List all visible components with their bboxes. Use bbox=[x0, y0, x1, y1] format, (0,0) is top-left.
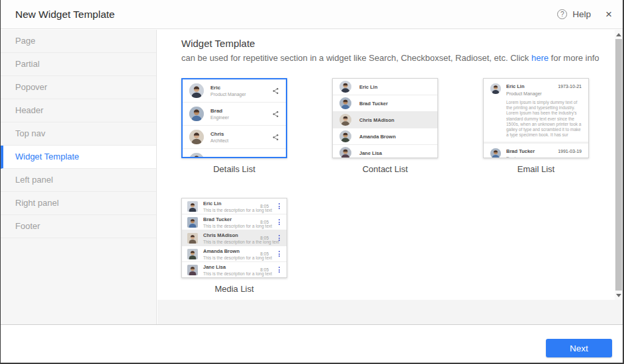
template-card-media-list[interactable]: Eric LinThis is the description for a lo… bbox=[181, 198, 287, 278]
list-item-header: Eric Lin1973-10-21 bbox=[506, 83, 582, 89]
avatar bbox=[339, 130, 351, 142]
list-item-name: Jane Lisa bbox=[203, 264, 255, 270]
avatar bbox=[187, 201, 198, 212]
list-item-body: Lorem Ipsum is simply dummy text of the … bbox=[506, 100, 582, 138]
dialog-footer: Next bbox=[1, 325, 623, 363]
list-item-text: Brad Tucker1991-03-19EngineerLorem Ipsum… bbox=[506, 148, 582, 158]
scroll-up-icon bbox=[616, 33, 621, 36]
media-duration: 8:05 bbox=[260, 236, 269, 240]
sidebar-item-widget-template[interactable]: Widget Template bbox=[1, 146, 156, 169]
list-item-name: Eric Lin bbox=[506, 83, 525, 89]
description-text-suffix: for more info bbox=[549, 53, 600, 63]
sidebar-item-header[interactable]: Header bbox=[1, 99, 156, 122]
list-item: Chris MAdisonThis is the description for… bbox=[182, 230, 287, 246]
list-item-name: Amanda Brown bbox=[203, 248, 255, 254]
list-item-role: Product Manager bbox=[210, 92, 272, 97]
main-content: Widget Template can be used for repetiti… bbox=[157, 30, 615, 300]
dialog-title: New Widget Template bbox=[15, 9, 114, 21]
sidebar-item-top-nav[interactable]: Top nav bbox=[1, 122, 156, 146]
avatar bbox=[490, 148, 501, 158]
sidebar-item-footer[interactable]: Footer bbox=[1, 215, 156, 238]
list-item-role: Engineer bbox=[210, 115, 272, 120]
list-item: Eric LinThis is the description for a lo… bbox=[182, 199, 287, 214]
template-caption: Email List bbox=[483, 164, 589, 174]
sidebar-item-right-panel[interactable]: Right panel bbox=[1, 192, 156, 215]
list-item: BradEngineer bbox=[183, 103, 286, 126]
content-bottom-strip bbox=[157, 300, 623, 324]
list-item-description: This is the description for a long text bbox=[203, 255, 255, 260]
list-item-name: Brad Tucker bbox=[359, 101, 388, 107]
template-cell-details-list: EricProduct ManagerBradEngineerChrisArch… bbox=[181, 78, 287, 174]
list-item-role: Product Manager bbox=[506, 91, 582, 96]
list-item: Amanda BrownThis is the description for … bbox=[182, 246, 287, 262]
vertical-scrollbar[interactable] bbox=[615, 30, 623, 300]
list-item-name: Brad bbox=[210, 108, 272, 114]
close-icon[interactable]: × bbox=[605, 9, 612, 20]
list-item: Eric Lin bbox=[333, 79, 437, 95]
help-button[interactable]: ? Help bbox=[557, 9, 591, 19]
scroll-down-button[interactable] bbox=[615, 291, 623, 299]
list-item: Chris MAdison bbox=[333, 112, 437, 128]
avatar bbox=[189, 153, 204, 158]
template-cell-contact-list: Eric LinBrad TuckerChris MAdisonAmanda B… bbox=[332, 78, 438, 174]
list-item-text: BradEngineer bbox=[210, 108, 272, 120]
list-item: Jane LisaThis is the description for a l… bbox=[182, 262, 287, 278]
template-cell-media-list: Eric LinThis is the description for a lo… bbox=[181, 198, 287, 294]
more-info-link[interactable]: here bbox=[531, 53, 549, 63]
template-card-details-list[interactable]: EricProduct ManagerBradEngineerChrisArch… bbox=[181, 78, 287, 158]
list-item-date: 1973-10-21 bbox=[558, 84, 582, 89]
list-item-name: Brad Tucker bbox=[203, 216, 255, 222]
screen: New Widget Template ? Help × PagePartial… bbox=[0, 0, 624, 364]
share-icon bbox=[272, 87, 279, 95]
avatar bbox=[187, 249, 198, 259]
list-item-text: Chris MAdisonThis is the description for… bbox=[203, 232, 255, 244]
list-item: Brad Tucker bbox=[333, 95, 437, 112]
scrollbar-thumb[interactable] bbox=[615, 39, 622, 291]
scroll-up-button[interactable] bbox=[615, 30, 623, 38]
sidebar-item-page[interactable]: Page bbox=[1, 30, 156, 53]
list-item-description: This is the description for a the long t… bbox=[203, 240, 255, 244]
new-widget-template-dialog: New Widget Template ? Help × PagePartial… bbox=[1, 0, 623, 363]
list-item: Amanda Brown bbox=[333, 128, 437, 145]
list-item: Brad TuckerThis is the description for a… bbox=[182, 214, 287, 230]
template-card-contact-list[interactable]: Eric LinBrad TuckerChris MAdisonAmanda B… bbox=[332, 78, 438, 158]
description-text: can be used for repetitive section in a … bbox=[181, 53, 531, 63]
list-item-name: Chris MAdison bbox=[359, 117, 394, 123]
template-caption: Contact List bbox=[332, 164, 438, 174]
sidebar-item-partial[interactable]: Partial bbox=[1, 53, 156, 76]
kebab-menu-icon bbox=[277, 234, 281, 242]
kebab-menu-icon bbox=[277, 218, 281, 226]
list-item: Jane Lisa bbox=[333, 145, 437, 158]
sidebar-list: PagePartialPopoverHeaderTop navWidget Te… bbox=[1, 30, 156, 238]
sidebar-item-popover[interactable]: Popover bbox=[1, 76, 156, 99]
avatar bbox=[339, 97, 351, 109]
avatar bbox=[189, 130, 204, 144]
list-item-name: Eric Lin bbox=[359, 84, 378, 90]
sidebar: PagePartialPopoverHeaderTop navWidget Te… bbox=[1, 30, 157, 324]
media-duration: 8:05 bbox=[260, 267, 269, 272]
template-card-email-list[interactable]: Eric Lin1973-10-21Product ManagerLorem I… bbox=[483, 78, 589, 158]
kebab-menu-icon bbox=[277, 265, 281, 274]
list-item-header: Brad Tucker1991-03-19 bbox=[506, 148, 582, 154]
media-duration: 8:05 bbox=[260, 251, 269, 256]
list-item: ChrisArchitect bbox=[183, 126, 286, 149]
list-item-description: This is the description for a long text bbox=[203, 208, 255, 212]
list-item-role: Engineer bbox=[506, 156, 582, 158]
share-icon bbox=[272, 111, 279, 118]
next-button[interactable]: Next bbox=[546, 339, 612, 357]
list-item-name: Brad Tucker bbox=[506, 148, 535, 154]
help-icon: ? bbox=[557, 9, 567, 19]
list-item: Amanda bbox=[183, 149, 286, 158]
kebab-menu-icon bbox=[277, 202, 281, 210]
list-item-name: Amanda Brown bbox=[359, 134, 396, 140]
kebab-menu-icon bbox=[277, 250, 281, 258]
share-icon bbox=[272, 157, 279, 159]
template-caption: Media List bbox=[181, 284, 287, 294]
help-label: Help bbox=[572, 9, 591, 19]
avatar bbox=[339, 81, 351, 93]
page-title: Widget Template bbox=[181, 38, 615, 49]
sidebar-item-left-panel[interactable]: Left panel bbox=[1, 169, 156, 192]
list-item-name: Eric bbox=[210, 85, 272, 91]
scroll-down-icon bbox=[616, 294, 621, 297]
avatar bbox=[490, 83, 501, 94]
